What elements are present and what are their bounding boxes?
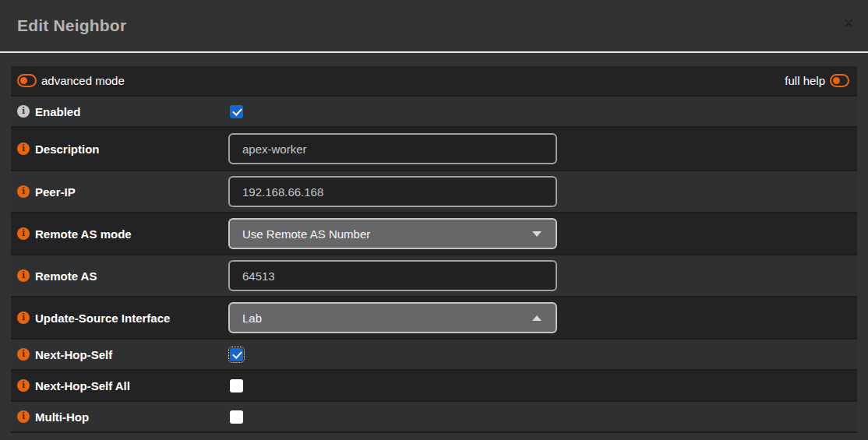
enabled-checkbox[interactable]	[230, 105, 243, 118]
info-icon[interactable]: i	[17, 312, 30, 324]
full-help-toggle-icon[interactable]	[830, 74, 849, 87]
info-icon[interactable]: i	[17, 269, 30, 282]
modal-body: advanced mode full help i Enabled i Desc…	[0, 53, 868, 433]
field-label: Enabled	[35, 105, 80, 118]
description-input[interactable]	[228, 133, 557, 164]
page-title: Edit Neighbor	[17, 16, 126, 35]
form-row-peer-ip: i Peer-IP	[11, 171, 857, 213]
close-icon[interactable]: ✕	[840, 16, 857, 33]
info-icon[interactable]: i	[17, 410, 30, 423]
next-hop-self-checkbox[interactable]	[230, 348, 243, 361]
multi-hop-checkbox[interactable]	[230, 410, 243, 424]
form-row-enabled: i Enabled	[11, 97, 857, 128]
field-label: Description	[35, 143, 100, 156]
form-row-next-hop-self: i Next-Hop-Self	[11, 340, 857, 371]
info-icon[interactable]: i	[17, 348, 30, 361]
next-hop-self-all-checkbox[interactable]	[230, 379, 243, 392]
advanced-mode-control[interactable]: advanced mode	[17, 74, 125, 87]
form-row-multi-hop: i Multi-Hop	[11, 402, 857, 433]
field-label: Multi-Hop	[35, 410, 89, 424]
field-label: Next-Hop-Self	[35, 348, 112, 361]
selected-option-label: Lab	[242, 312, 262, 325]
field-label: Update-Source Interface	[35, 312, 170, 325]
modal-header: Edit Neighbor ✕	[0, 0, 868, 53]
form-row-update-source-interface: i Update-Source Interface Lab	[11, 297, 857, 340]
remote-as-input[interactable]	[228, 260, 557, 291]
remote-as-mode-select[interactable]: Use Remote AS Number	[228, 218, 557, 249]
advanced-mode-label: advanced mode	[41, 74, 125, 87]
form-row-description: i Description	[11, 128, 857, 171]
advanced-mode-toggle-icon[interactable]	[17, 74, 37, 87]
peer-ip-input[interactable]	[228, 176, 557, 207]
form-row-remote-as: i Remote AS	[11, 255, 857, 297]
info-icon[interactable]: i	[17, 379, 30, 392]
info-icon[interactable]: i	[17, 227, 30, 240]
info-icon[interactable]: i	[17, 143, 30, 155]
edit-neighbor-form: advanced mode full help i Enabled i Desc…	[11, 66, 857, 433]
info-icon[interactable]: i	[17, 105, 30, 118]
field-label: Remote AS mode	[35, 227, 132, 241]
full-help-control[interactable]: full help	[785, 74, 849, 87]
field-label: Next-Hop-Self All	[35, 379, 130, 392]
caret-up-icon	[532, 315, 542, 321]
caret-down-icon	[532, 231, 542, 237]
form-row-remote-as-mode: i Remote AS mode Use Remote AS Number	[11, 213, 857, 255]
full-help-label: full help	[785, 74, 825, 87]
update-source-interface-select[interactable]: Lab	[228, 302, 557, 333]
form-toolbar-row: advanced mode full help	[11, 66, 857, 97]
field-label: Peer-IP	[35, 185, 76, 199]
field-label: Remote AS	[35, 269, 97, 283]
info-icon[interactable]: i	[17, 185, 30, 198]
selected-option-label: Use Remote AS Number	[242, 227, 370, 241]
form-row-next-hop-self-all: i Next-Hop-Self All	[11, 371, 857, 402]
